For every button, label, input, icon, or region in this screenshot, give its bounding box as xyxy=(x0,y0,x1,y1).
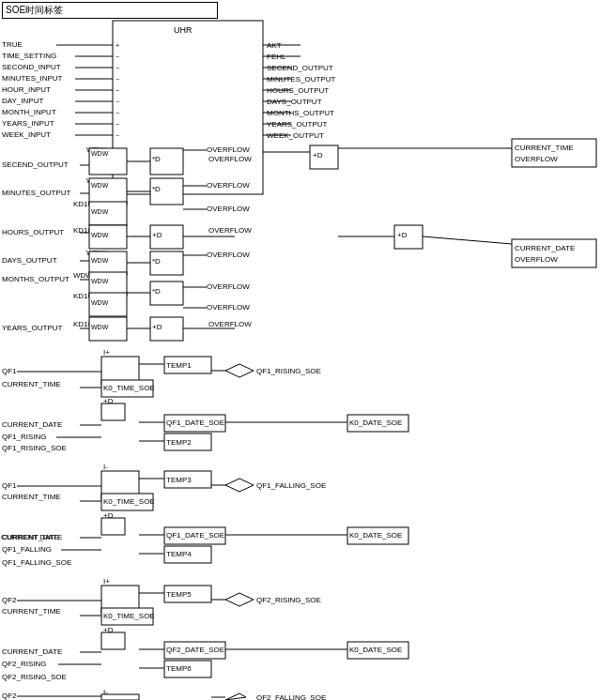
svg-text:QF1_DATE_SOE: QF1_DATE_SOE xyxy=(166,531,224,540)
svg-text:CURRENT_TIME: CURRENT_TIME xyxy=(515,144,574,152)
svg-text:−: − xyxy=(116,76,119,83)
svg-text:I+: I+ xyxy=(103,348,110,357)
svg-text:K0_DATE_SOE: K0_DATE_SOE xyxy=(349,531,402,540)
diagram-svg: UHR TRUE + TIME_SETTING − SECOND_INPUT −… xyxy=(0,0,601,700)
svg-text:QF2_RISING_SOE: QF2_RISING_SOE xyxy=(256,596,321,604)
svg-text:OVERFLOW: OVERFLOW xyxy=(207,282,250,291)
svg-text:*D: *D xyxy=(152,257,161,266)
svg-text:CURRENT_TIME: CURRENT_TIME xyxy=(2,607,61,616)
svg-text:+D: +D xyxy=(397,231,408,239)
svg-text:MONTHS_OUTPUT: MONTHS_OUTPUT xyxy=(2,275,69,283)
svg-text:+D: +D xyxy=(313,151,323,160)
svg-text:OVERFLOW: OVERFLOW xyxy=(207,303,250,312)
svg-text:OVERFLOW: OVERFLOW xyxy=(208,226,252,235)
svg-text:OVERFLOW: OVERFLOW xyxy=(208,320,252,328)
svg-text:*D: *D xyxy=(152,287,161,296)
svg-text:−: − xyxy=(116,99,119,105)
svg-text:QF2: QF2 xyxy=(2,692,17,700)
svg-text:K0_TIME_SOE: K0_TIME_SOE xyxy=(103,612,155,620)
svg-rect-147 xyxy=(101,403,125,420)
svg-text:QF2_RISING: QF2_RISING xyxy=(2,660,47,668)
svg-text:SECEND_OUTPUT: SECEND_OUTPUT xyxy=(2,160,69,169)
svg-text:WDW: WDW xyxy=(91,278,109,284)
svg-marker-137 xyxy=(225,364,254,377)
svg-text:CURRENT_TIME: CURRENT_TIME xyxy=(2,380,61,388)
svg-text:−: − xyxy=(116,87,119,94)
svg-text:TEMP1: TEMP1 xyxy=(166,361,192,370)
svg-marker-197 xyxy=(225,593,254,606)
svg-text:QF1_FALLING_SOE: QF1_FALLING_SOE xyxy=(2,558,71,567)
svg-text:TEMP2: TEMP2 xyxy=(166,438,192,447)
svg-text:QF1_FALLING: QF1_FALLING xyxy=(2,545,52,554)
svg-text:SECOND_INPUT: SECOND_INPUT xyxy=(2,63,61,71)
svg-rect-223 xyxy=(101,694,139,700)
svg-text:+D: +D xyxy=(152,231,162,239)
svg-text:QF1_RISING: QF1_RISING xyxy=(2,433,47,441)
svg-text:CURRENT_DATE: CURRENT_DATE xyxy=(515,244,575,252)
svg-text:WDW: WDW xyxy=(91,324,109,330)
svg-text:CURRENT_DATE: CURRENT_DATE xyxy=(2,647,62,656)
svg-text:WDW: WDW xyxy=(91,299,109,306)
svg-text:+: + xyxy=(116,42,119,49)
svg-text:WDW: WDW xyxy=(91,150,109,157)
svg-text:TEMP3: TEMP3 xyxy=(166,476,192,484)
svg-text:I-: I- xyxy=(103,463,108,471)
svg-text:WDW: WDW xyxy=(91,208,109,215)
svg-text:I+: I+ xyxy=(103,577,110,586)
svg-text:QF1_RISING_SOE: QF1_RISING_SOE xyxy=(256,367,321,375)
svg-text:HOUR_INPUT: HOUR_INPUT xyxy=(2,85,51,94)
svg-marker-167 xyxy=(225,479,254,492)
svg-text:MINUTES_INPUT: MINUTES_INPUT xyxy=(2,74,63,83)
svg-text:TRUE: TRUE xyxy=(2,40,23,49)
svg-marker-226 xyxy=(225,693,246,700)
svg-text:OVERFLOW: OVERFLOW xyxy=(207,205,250,213)
svg-text:CURRENT_DATE: CURRENT_DATE xyxy=(2,420,62,429)
svg-text:QF1_FALLING_SOE: QF1_FALLING_SOE xyxy=(256,481,326,490)
svg-rect-207 xyxy=(101,632,125,649)
svg-text:TIME_SETTING: TIME_SETTING xyxy=(2,52,56,60)
svg-text:OVERFLOW: OVERFLOW xyxy=(207,145,250,154)
svg-text:QF1_DATE_SOE: QF1_DATE_SOE xyxy=(166,418,224,427)
svg-text:WEEK_INPUT: WEEK_INPUT xyxy=(2,130,51,139)
svg-text:K0_TIME_SOE: K0_TIME_SOE xyxy=(103,384,155,392)
svg-text:TEMP4: TEMP4 xyxy=(166,550,192,558)
svg-text:QF1_RISING_SOE: QF1_RISING_SOE xyxy=(2,444,67,452)
svg-text:*D: *D xyxy=(152,155,161,163)
svg-text:−: − xyxy=(116,110,119,116)
svg-text:WDW: WDW xyxy=(91,257,109,264)
svg-text:QF1: QF1 xyxy=(2,481,17,490)
svg-text:QF1: QF1 xyxy=(2,367,17,375)
svg-text:OVERFLOW: OVERFLOW xyxy=(515,155,558,163)
svg-text:K0_DATE_SOE: K0_DATE_SOE xyxy=(349,646,402,654)
svg-text:YEARS_INPUT: YEARS_INPUT xyxy=(2,119,54,128)
svg-text:OVERFLOW: OVERFLOW xyxy=(515,255,558,264)
svg-text:DAYS_OUTPUT: DAYS_OUTPUT xyxy=(2,256,57,265)
svg-text:−: − xyxy=(116,121,119,128)
svg-text:HOURS_OUTPUT: HOURS_OUTPUT xyxy=(2,228,64,236)
svg-text:QF2_FALLING_SOE: QF2_FALLING_SOE xyxy=(256,693,326,700)
svg-text:YEARS_OUTPUT: YEARS_OUTPUT xyxy=(2,324,63,332)
svg-text:WDW: WDW xyxy=(91,182,109,189)
diagram-container: SOE时间标签 UHR TRUE + TIME_SETTING − SECOND… xyxy=(0,0,601,700)
svg-rect-177 xyxy=(101,518,125,535)
svg-text:WDW: WDW xyxy=(91,232,109,238)
svg-text:−: − xyxy=(116,132,119,139)
svg-rect-0 xyxy=(113,21,263,194)
svg-text:UHR: UHR xyxy=(174,25,193,35)
svg-text:OVERFLOW: OVERFLOW xyxy=(207,181,250,190)
svg-text:−: − xyxy=(116,65,119,71)
svg-text:−: − xyxy=(116,53,119,60)
svg-text:K0_DATE_SOE: K0_DATE_SOE xyxy=(349,418,402,427)
svg-text:DAY_INPUT: DAY_INPUT xyxy=(2,97,43,105)
svg-line-93 xyxy=(423,236,512,244)
svg-text:MINUTES_OUTPUT: MINUTES_OUTPUT xyxy=(2,189,70,197)
svg-text:TEMP6: TEMP6 xyxy=(166,664,192,673)
svg-text:TEMP5: TEMP5 xyxy=(166,590,192,599)
svg-text:QF2_DATE_SOE: QF2_DATE_SOE xyxy=(166,646,224,654)
svg-text:OVERFLOW: OVERFLOW xyxy=(208,155,252,163)
svg-text:MONTH_INPUT: MONTH_INPUT xyxy=(2,108,56,116)
svg-text:CURRENT_TIME: CURRENT_TIME xyxy=(2,493,61,501)
svg-text:QF2_RISING_SOE: QF2_RISING_SOE xyxy=(2,673,67,681)
svg-text:CURRENT DATE: CURRENT DATE xyxy=(1,533,59,541)
svg-text:K0_TIME_SOE: K0_TIME_SOE xyxy=(103,497,155,506)
